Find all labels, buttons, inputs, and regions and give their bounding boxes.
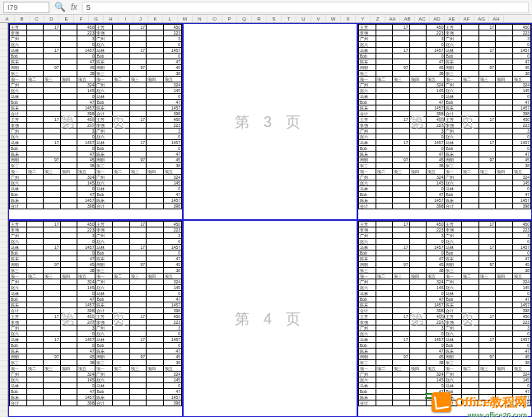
- cell[interactable]: [496, 343, 513, 349]
- cell[interactable]: 450: [427, 25, 445, 30]
- cell[interactable]: [496, 105, 513, 111]
- cell[interactable]: [112, 88, 129, 94]
- cell[interactable]: 王芳: [10, 25, 27, 30]
- cell[interactable]: [496, 268, 513, 274]
- cell[interactable]: [409, 251, 427, 256]
- cell[interactable]: [496, 314, 513, 320]
- cell[interactable]: [129, 36, 147, 42]
- cell[interactable]: [376, 54, 393, 59]
- cell[interactable]: [461, 146, 478, 152]
- cell[interactable]: 223: [163, 123, 181, 129]
- cell[interactable]: 47: [163, 297, 181, 302]
- cell[interactable]: [129, 152, 147, 157]
- cell[interactable]: 项三: [129, 77, 147, 82]
- cell[interactable]: [409, 175, 427, 180]
- cell[interactable]: [147, 372, 164, 377]
- spreadsheet-grid[interactable]: 第 1 页 王芳17450王芳17450李强223李强223广州3广州3赵六0赵…: [8, 23, 532, 417]
- cell[interactable]: 项二: [376, 274, 393, 279]
- cell[interactable]: [112, 222, 129, 227]
- cell[interactable]: 马林: [359, 48, 376, 54]
- cell[interactable]: [129, 343, 147, 349]
- cell[interactable]: 张三: [359, 163, 376, 169]
- cell[interactable]: 97: [44, 354, 61, 360]
- cell[interactable]: 项三: [393, 366, 410, 372]
- cell[interactable]: [376, 82, 393, 88]
- cell[interactable]: 张三: [10, 268, 27, 274]
- cell[interactable]: 赵六: [96, 88, 113, 94]
- cell[interactable]: [461, 297, 478, 302]
- cell[interactable]: 0: [77, 134, 96, 140]
- cell[interactable]: [112, 245, 129, 251]
- cell[interactable]: 赵六: [445, 180, 462, 186]
- cell[interactable]: 1457: [77, 140, 96, 146]
- cell[interactable]: 赵六: [10, 88, 27, 94]
- cell[interactable]: [376, 94, 393, 100]
- cell[interactable]: [147, 129, 164, 134]
- cell[interactable]: [60, 354, 77, 360]
- cell[interactable]: [393, 42, 410, 48]
- cell[interactable]: [393, 383, 410, 389]
- table-row[interactable]: 广州324广州324: [359, 82, 531, 88]
- table-row[interactable]: Bob0Bob0: [10, 251, 182, 256]
- cell[interactable]: 0: [77, 239, 96, 245]
- cell[interactable]: [129, 297, 147, 302]
- cell[interactable]: [129, 94, 147, 100]
- cell[interactable]: 合计: [359, 111, 376, 117]
- cell[interactable]: [112, 279, 129, 285]
- cell[interactable]: 398: [163, 111, 181, 117]
- cell[interactable]: 陈东: [10, 59, 27, 65]
- cell[interactable]: 赵六: [359, 377, 376, 383]
- table-row[interactable]: 陈东1457陈东1457: [359, 105, 531, 111]
- cell[interactable]: 陈东: [445, 302, 462, 308]
- cell[interactable]: [147, 256, 164, 262]
- cell[interactable]: [112, 204, 129, 209]
- cell[interactable]: 项二: [26, 169, 44, 175]
- cell[interactable]: 0: [427, 94, 445, 100]
- cell[interactable]: 广州: [10, 175, 27, 180]
- cell[interactable]: [376, 71, 393, 77]
- cell[interactable]: [147, 94, 164, 100]
- page-4[interactable]: 第 4 页: [183, 220, 357, 417]
- cell[interactable]: [393, 175, 410, 180]
- table-row[interactable]: Bob0Bob0: [10, 343, 182, 349]
- name-box[interactable]: I79: [3, 2, 49, 13]
- cell[interactable]: 450: [427, 314, 445, 320]
- cell[interactable]: [393, 82, 410, 88]
- cell[interactable]: 145: [512, 180, 530, 186]
- cell[interactable]: [44, 175, 61, 180]
- cell[interactable]: 97: [478, 354, 496, 360]
- cell[interactable]: 17: [129, 337, 147, 343]
- cell[interactable]: 赵六: [445, 88, 462, 94]
- cell[interactable]: 赵六: [359, 331, 376, 337]
- cell[interactable]: 17: [129, 245, 147, 251]
- cell[interactable]: [147, 134, 164, 140]
- cell[interactable]: 项一: [359, 169, 376, 175]
- cell[interactable]: [496, 48, 513, 54]
- cell[interactable]: [376, 198, 393, 204]
- cell[interactable]: 0: [512, 186, 530, 192]
- table-row[interactable]: 张三38张三38: [10, 268, 182, 274]
- cell[interactable]: 项四: [60, 77, 77, 82]
- cell[interactable]: 赵六: [445, 239, 462, 245]
- cell[interactable]: [147, 65, 164, 71]
- cell[interactable]: 项四: [147, 169, 164, 175]
- cell[interactable]: [461, 134, 478, 140]
- cell[interactable]: [129, 198, 147, 204]
- cell[interactable]: Bob: [10, 389, 27, 395]
- cell[interactable]: [112, 192, 129, 198]
- cell[interactable]: [393, 100, 410, 105]
- cell[interactable]: [496, 175, 513, 180]
- cell[interactable]: 马林: [96, 48, 113, 54]
- cell[interactable]: [129, 111, 147, 117]
- cell[interactable]: [147, 343, 164, 349]
- cell[interactable]: [112, 349, 129, 354]
- cell[interactable]: [60, 105, 77, 111]
- cell[interactable]: [26, 395, 44, 401]
- cell[interactable]: [478, 256, 496, 262]
- cell[interactable]: [409, 186, 427, 192]
- cell[interactable]: 0: [512, 134, 530, 140]
- cell[interactable]: 145: [163, 377, 181, 383]
- cell[interactable]: 马林: [96, 186, 113, 192]
- cell[interactable]: [409, 94, 427, 100]
- table-row[interactable]: 王芳17450王芳17450: [10, 25, 182, 30]
